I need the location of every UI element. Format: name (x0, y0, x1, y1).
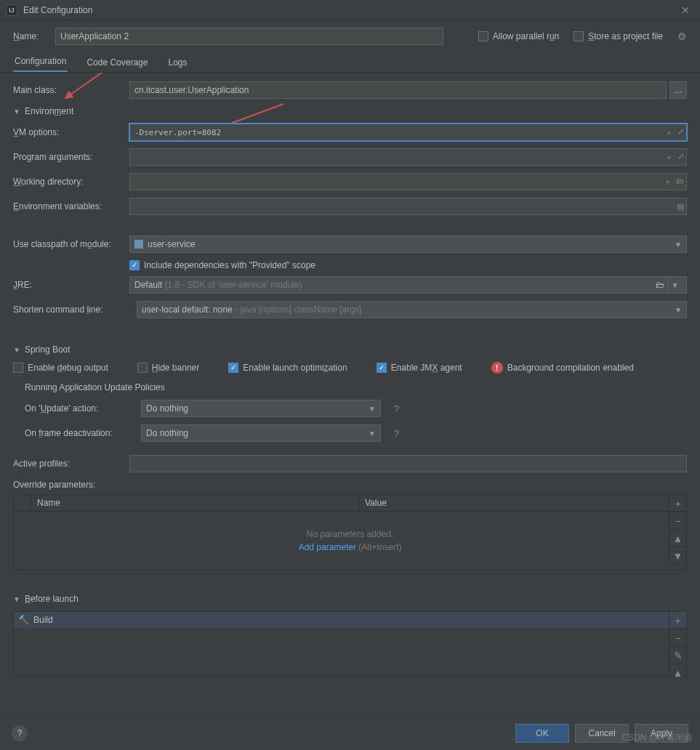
enable-debug-label: Enable debug output (28, 363, 108, 373)
vm-options-input[interactable] (129, 124, 687, 141)
build-task-label: Build (33, 615, 53, 625)
gear-icon[interactable]: ⚙ (677, 31, 687, 42)
chevron-down-icon: ▼ (369, 405, 376, 413)
folder-icon[interactable]: 🗁 (656, 280, 664, 290)
chevron-down-icon: ▼ (13, 346, 20, 354)
window-title: Edit Configuration (23, 5, 677, 15)
build-task-row[interactable]: 🔨 Build (14, 612, 686, 628)
include-provided-label: Include dependencies with "Provided" sco… (144, 260, 315, 270)
app-logo-icon: IJ (6, 4, 17, 16)
edit-task-button[interactable]: ✎ (669, 647, 686, 664)
close-icon[interactable]: ✕ (677, 1, 694, 19)
name-label: Name: (13, 31, 48, 41)
tab-coverage[interactable]: Code Coverage (85, 53, 149, 72)
spring-boot-section-toggle[interactable]: ▼ Spring Boot (13, 344, 687, 355)
before-launch-section-toggle[interactable]: ▼ Before launch (13, 594, 687, 604)
move-down-button[interactable]: ▼ (669, 547, 686, 565)
col-name[interactable]: Name (31, 495, 359, 511)
on-frame-label: On frame deactivation: (25, 428, 134, 438)
remove-row-button[interactable]: − (669, 512, 686, 530)
jre-select[interactable]: Default (1.8 - SDK of 'user-service' mod… (129, 276, 687, 294)
expand-icon[interactable]: ⤢ (677, 152, 684, 163)
col-value[interactable]: Value (359, 495, 686, 511)
name-input[interactable] (55, 28, 443, 45)
on-frame-select[interactable]: Do nothing ▼ (141, 424, 381, 442)
add-parameter-link[interactable]: Add parameter (299, 542, 356, 552)
plus-icon[interactable]: ＋ (664, 177, 672, 188)
before-launch-label: Before launch (25, 594, 79, 604)
active-profiles-input[interactable] (129, 455, 687, 472)
chevron-down-icon: ▼ (369, 430, 376, 438)
hide-banner-label: Hide banner (152, 363, 199, 373)
expand-icon[interactable]: ⤢ (677, 127, 684, 138)
classpath-select[interactable]: user-service ▼ (129, 235, 687, 253)
enable-jmx-label: Enable JMX agent (391, 363, 462, 373)
help-icon[interactable]: ? (394, 428, 399, 439)
on-update-select[interactable]: Do nothing ▼ (141, 400, 381, 417)
include-provided-checkbox[interactable]: Include dependencies with "Provided" sco… (129, 260, 315, 270)
tab-logs[interactable]: Logs (166, 53, 188, 72)
enable-debug-checkbox[interactable]: Enable debug output (13, 363, 108, 373)
add-row-button[interactable]: + (669, 495, 686, 512)
list-icon[interactable]: ▤ (677, 202, 684, 211)
remove-task-button[interactable]: − (669, 629, 686, 647)
spring-boot-section-label: Spring Boot (25, 344, 71, 355)
program-args-input[interactable] (129, 148, 687, 166)
folder-icon[interactable]: 🗁 (676, 177, 684, 188)
shorten-hint: - java [options] className [args] (235, 305, 361, 315)
allow-parallel-checkbox[interactable]: Allow parallel run (478, 31, 559, 41)
jre-label: JRE: (13, 280, 129, 290)
plus-icon[interactable]: ＋ (665, 152, 673, 163)
ok-button[interactable]: OK (515, 724, 569, 743)
help-icon[interactable]: ? (394, 403, 399, 414)
move-up-button[interactable]: ▲ (669, 664, 686, 677)
add-task-button[interactable]: + (669, 612, 686, 629)
env-vars-label: Environment variables: (13, 201, 129, 211)
environment-section-toggle[interactable]: ▼ Environment (13, 106, 687, 116)
add-param-hint: (Alt+Insert) (358, 542, 401, 552)
enable-launch-opt-checkbox[interactable]: Enable launch optimization (228, 363, 347, 373)
store-project-checkbox[interactable]: Store as project file (574, 31, 663, 41)
policies-title: Running Application Update Policies (25, 382, 687, 392)
chevron-down-icon: ▼ (675, 306, 682, 314)
working-dir-input[interactable] (129, 173, 687, 190)
module-icon (134, 240, 143, 249)
tab-configuration[interactable]: Configuration (13, 52, 68, 72)
main-class-label: Main class: (13, 85, 129, 95)
active-profiles-label: Active profiles: (13, 459, 129, 469)
program-args-label: Program arguments: (13, 152, 129, 162)
shorten-label: Shorten command line: (13, 305, 137, 315)
hide-banner-checkbox[interactable]: Hide banner (137, 363, 199, 373)
chevron-down-icon: ▼ (675, 241, 682, 249)
override-params-table: Name Value No parameters added. Add para… (13, 494, 687, 570)
allow-parallel-label: Allow parallel run (493, 31, 559, 41)
chevron-down-icon: ▼ (13, 595, 20, 603)
on-update-label: On 'Update' action: (25, 403, 134, 414)
no-params-text: No parameters added. (307, 529, 393, 539)
env-vars-input[interactable] (129, 198, 687, 215)
main-class-input[interactable] (129, 81, 667, 99)
plus-icon[interactable]: ＋ (665, 127, 673, 138)
vm-options-label: VM options: (13, 127, 129, 137)
jre-value: Default (134, 280, 162, 290)
browse-main-class-button[interactable]: … (669, 81, 687, 99)
enable-jmx-checkbox[interactable]: Enable JMX agent (377, 363, 462, 373)
shorten-select[interactable]: user-local default: none - java [options… (137, 301, 687, 318)
store-project-label: Store as project file (588, 31, 663, 41)
on-update-value: Do nothing (146, 403, 188, 414)
jre-hint: (1.8 - SDK of 'user-service' module) (164, 280, 302, 290)
chevron-down-icon: ▼ (667, 277, 682, 293)
warning-icon: ! (491, 362, 503, 374)
chevron-down-icon: ▼ (13, 108, 20, 116)
shorten-value: user-local default: none (142, 305, 233, 315)
cancel-button[interactable]: Cancel (575, 724, 629, 743)
move-up-button[interactable]: ▲ (669, 530, 686, 547)
working-dir-label: Working directory: (13, 177, 129, 187)
classpath-value: user-service (148, 239, 195, 249)
on-frame-value: Do nothing (146, 428, 188, 438)
enable-launch-opt-label: Enable launch optimization (243, 363, 347, 373)
override-params-label: Override parameters: (13, 480, 687, 490)
help-button[interactable]: ? (12, 725, 28, 741)
apply-button[interactable]: Apply (635, 724, 688, 743)
hammer-icon: 🔨 (18, 615, 29, 625)
